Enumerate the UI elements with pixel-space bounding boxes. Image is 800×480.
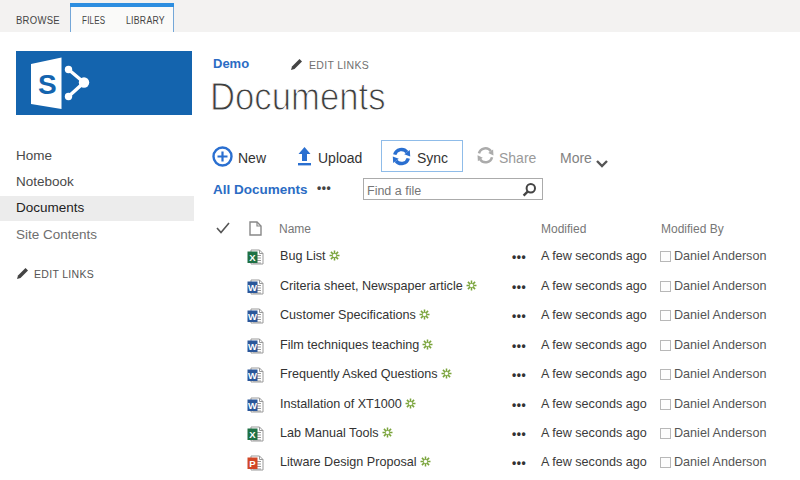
svg-text:S: S — [38, 69, 57, 100]
svg-text:X: X — [249, 429, 256, 440]
svg-text:X: X — [249, 252, 256, 263]
svg-text:W: W — [248, 370, 257, 381]
svg-text:W: W — [248, 282, 257, 293]
svg-text:W: W — [248, 311, 257, 322]
svg-text:W: W — [248, 400, 257, 411]
svg-text:W: W — [248, 341, 257, 352]
svg-text:P: P — [249, 458, 256, 469]
